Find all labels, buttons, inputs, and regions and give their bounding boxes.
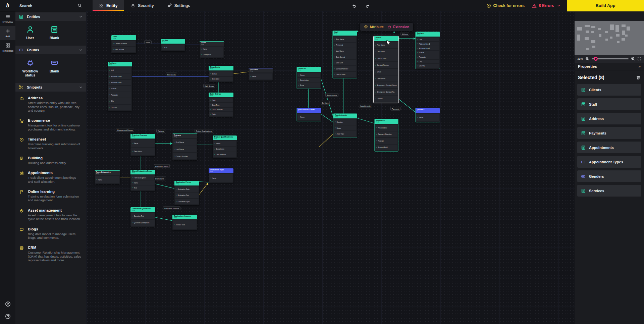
attribute-row[interactable]: ✓FTE (162, 45, 184, 50)
tab-settings[interactable]: Settings (161, 0, 197, 11)
attribute-row[interactable]: ✓Address Line 2 (416, 46, 439, 50)
section-header-enums[interactable]: Enums (15, 46, 86, 54)
node-header[interactable]: Daily EntriesEntity (209, 93, 233, 97)
attribute-row[interactable]: ✓Description (200, 52, 223, 57)
attribute-row[interactable]: ✓Date (209, 98, 233, 102)
entity-node-active[interactable]: ActiveEntity✓FTE (161, 39, 185, 51)
attribute-row[interactable]: ✓Description (131, 148, 155, 155)
help-button[interactable] (5, 314, 11, 319)
attribute-row[interactable]: ✓Suburb (108, 86, 131, 91)
attribute-row[interactable]: ✓Contact Number (333, 66, 356, 71)
card-blank[interactable]: Blank (42, 59, 66, 77)
attribute-row[interactable]: ✓Name (95, 176, 119, 183)
attribute-row[interactable]: ✓Address Line 1 (416, 42, 439, 46)
entity-node-appointment-types[interactable]: Appointment TypesEnum✓Name (297, 108, 321, 121)
attribute-row[interactable]: ✓First Name (173, 139, 197, 146)
attribute-row[interactable]: ✓First Name (374, 42, 398, 48)
snippet-address[interactable]: AddressStreet address entity with unit, … (15, 93, 86, 115)
edge-label-timesheets[interactable]: Timesheets (166, 73, 177, 76)
entity-node-roles[interactable]: RolesEntity✓Name✓Description (200, 41, 224, 58)
node-header[interactable]: UserEntity (111, 35, 136, 40)
attribute-row[interactable]: ✓Address Line 2 (108, 80, 131, 85)
undo-button[interactable] (349, 0, 359, 11)
attribute-row[interactable]: ✓Date Attained (213, 152, 236, 157)
entity-node-blank-evaluation-form[interactable]: Blank Evaluation FormEntity✓Form Categor… (130, 170, 155, 191)
edge-label-trainers[interactable]: Trainers (156, 129, 165, 133)
attribute-row[interactable]: ✓Name (209, 174, 233, 182)
attribute-row[interactable]: ✓Contact Number (173, 153, 197, 159)
attribute-row[interactable]: ✓First Name (333, 37, 356, 42)
attribute-row[interactable]: ✓Amount Due (375, 125, 397, 131)
selected-item-clients[interactable]: Clients (577, 84, 641, 96)
edge-label-appointments[interactable]: Appointments (325, 93, 338, 97)
node-header[interactable]: AddressEntity (108, 62, 132, 66)
attribute-row[interactable]: ✓Evaluation Date (175, 186, 199, 192)
edge-label-management-course[interactable]: Management Course (116, 128, 134, 132)
snippet-timesheet[interactable]: TimesheetUser time tracking and submissi… (15, 134, 86, 153)
entity-node-staff[interactable]: StaffEntity✓First Name✓Preferred✓Last Na… (333, 31, 357, 78)
rail-item-templates[interactable]: Templates (0, 40, 15, 55)
entity-node-evaluation-type[interactable]: Evaluation TypeEnum✓Name (209, 168, 233, 183)
node-header[interactable]: RolesEntity (200, 41, 224, 46)
edge-label-active[interactable]: Active (144, 41, 152, 44)
section-header-snippets[interactable]: Snippets (15, 83, 86, 92)
edge-label-trainer-qualifications[interactable]: Trainer Qualifications (195, 129, 213, 133)
attribute-row[interactable]: ✓Answer Text (173, 220, 197, 229)
redo-button[interactable] (363, 0, 373, 11)
snippet-e-commerce[interactable]: E-commerceManagement tool for online cus… (15, 115, 86, 134)
card-workflow-status[interactable]: Workflow status (18, 59, 42, 77)
tab-entity[interactable]: Entity (93, 0, 124, 11)
attribute-row[interactable]: ✓Evaluation Text (175, 193, 199, 198)
attribute-row[interactable]: ✓Payment Direction (375, 131, 397, 138)
attribute-row[interactable]: ✓Name (131, 140, 155, 147)
attribute-row[interactable]: ✓Date of Birth (374, 55, 398, 61)
node-header[interactable]: GendersEnum (416, 108, 440, 113)
attribute-row[interactable]: ✓Amount Paid (375, 145, 397, 151)
attribute-row[interactable]: ✓Country (416, 64, 439, 68)
check-for-errors-button[interactable]: Check for errors (486, 3, 525, 8)
attribute-row[interactable]: ✓Name (298, 114, 320, 120)
selected-item-appointments[interactable]: Appointments (577, 142, 641, 153)
selected-item-services[interactable]: Services (577, 185, 641, 197)
card-user[interactable]: User (18, 25, 42, 40)
attribute-row[interactable]: ✓Last Name (333, 48, 356, 54)
attribute-row[interactable]: ✓City (108, 98, 131, 104)
edge-label-appointments[interactable]: Appointments (359, 104, 372, 108)
entity-node-genders[interactable]: GendersEnum✓Name (416, 108, 440, 122)
attribute-row[interactable]: ✓Name (200, 47, 223, 52)
attribute-row[interactable]: ✓Postcode (416, 55, 439, 59)
node-header[interactable]: Blank Evaluation FormEntity (130, 170, 155, 174)
node-header[interactable]: TimesheetsEntity (209, 66, 233, 70)
search-input[interactable]: Search (15, 0, 86, 11)
attribute-row[interactable]: ✓Last Name (374, 49, 398, 55)
attribute-row[interactable]: ✓Address Line 1 (108, 73, 131, 79)
attribute-row[interactable]: ✓Name (213, 141, 236, 146)
edge-label-address[interactable]: Address (400, 32, 409, 36)
attribute-row[interactable]: ✓Unit (108, 67, 131, 73)
fit-screen-button[interactable] (637, 57, 641, 61)
account-avatar[interactable] (5, 301, 11, 307)
entity-node-clients[interactable]: ClientsEntity✓First Name✓Last Name✓Date … (374, 36, 398, 103)
attribute-row[interactable]: ✓Notes (209, 112, 233, 116)
selected-item-staff[interactable]: Staff (577, 98, 641, 110)
attribute-row[interactable]: ✓Status (209, 71, 233, 76)
entity-node-address1[interactable]: AddressEntity✓Unit✓Address Line 1✓Addres… (108, 62, 132, 111)
attribute-row[interactable]: ✓Suburb (416, 51, 439, 54)
edge-label-evaluation-answers[interactable]: Evaluation Answers (163, 207, 180, 210)
add-extension-button[interactable]: Extension (387, 25, 409, 29)
node-header[interactable]: Evaluation AnswersEntity (172, 215, 197, 219)
attribute-row[interactable]: ✓Name (298, 73, 320, 77)
node-header[interactable]: Evaluation FormsEntity (174, 181, 199, 185)
snippet-asset-management[interactable]: Asset managementAsset management tool to… (15, 205, 86, 224)
attribute-row[interactable]: ✓Contact Number (374, 62, 398, 68)
attribute-row[interactable]: ✓Date Joined (333, 54, 356, 60)
selected-item-appointment-types[interactable]: Appointment Types (577, 156, 641, 168)
node-header[interactable]: AppointmentsEntity (333, 114, 357, 118)
zoom-in-button[interactable] (631, 57, 635, 61)
attribute-row[interactable]: ✓Contact Number (112, 41, 136, 46)
rail-item-add[interactable]: Add (0, 26, 15, 40)
attribute-row[interactable]: ✓Evaluation Type (175, 199, 199, 204)
edge-label-payments[interactable]: Payments (390, 107, 400, 111)
zoom-slider[interactable] (592, 58, 629, 59)
node-header[interactable]: StaffEntity (333, 31, 357, 36)
